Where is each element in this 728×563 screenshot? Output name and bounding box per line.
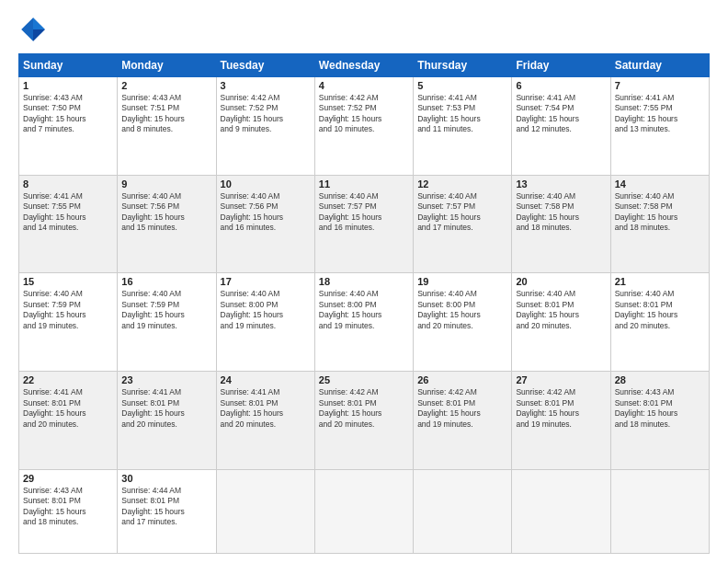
day-info: Sunrise: 4:42 AM Sunset: 7:52 PM Dayligh… bbox=[319, 93, 409, 135]
calendar-cell: 3Sunrise: 4:42 AM Sunset: 7:52 PM Daylig… bbox=[216, 77, 314, 176]
day-number: 21 bbox=[615, 276, 705, 287]
calendar-cell: 6Sunrise: 4:41 AM Sunset: 7:54 PM Daylig… bbox=[512, 77, 610, 176]
day-info: Sunrise: 4:41 AM Sunset: 8:01 PM Dayligh… bbox=[23, 387, 113, 430]
day-info: Sunrise: 4:43 AM Sunset: 7:50 PM Dayligh… bbox=[23, 93, 113, 135]
day-info: Sunrise: 4:44 AM Sunset: 8:01 PM Dayligh… bbox=[121, 486, 211, 528]
calendar-cell bbox=[414, 469, 512, 553]
day-info: Sunrise: 4:41 AM Sunset: 7:55 PM Dayligh… bbox=[23, 191, 113, 234]
day-number: 23 bbox=[121, 374, 211, 385]
day-number: 6 bbox=[516, 80, 606, 91]
day-header-tuesday: Tuesday bbox=[216, 54, 314, 77]
week-row-1: 1Sunrise: 4:43 AM Sunset: 7:50 PM Daylig… bbox=[19, 77, 710, 176]
calendar-cell: 14Sunrise: 4:40 AM Sunset: 7:58 PM Dayli… bbox=[610, 175, 709, 273]
calendar-cell: 19Sunrise: 4:40 AM Sunset: 8:00 PM Dayli… bbox=[414, 273, 512, 372]
calendar-header: SundayMondayTuesdayWednesdayThursdayFrid… bbox=[19, 54, 710, 77]
day-info: Sunrise: 4:42 AM Sunset: 8:01 PM Dayligh… bbox=[417, 387, 507, 430]
day-info: Sunrise: 4:40 AM Sunset: 7:58 PM Dayligh… bbox=[615, 191, 705, 234]
day-header-wednesday: Wednesday bbox=[314, 54, 413, 77]
day-info: Sunrise: 4:42 AM Sunset: 8:01 PM Dayligh… bbox=[516, 387, 606, 430]
day-number: 8 bbox=[23, 178, 113, 190]
day-header-friday: Friday bbox=[512, 54, 610, 77]
day-info: Sunrise: 4:41 AM Sunset: 8:01 PM Dayligh… bbox=[221, 387, 311, 430]
day-number: 24 bbox=[221, 374, 311, 385]
calendar-cell: 7Sunrise: 4:41 AM Sunset: 7:55 PM Daylig… bbox=[610, 77, 709, 176]
day-number: 14 bbox=[615, 178, 705, 190]
day-number: 5 bbox=[417, 80, 507, 91]
calendar-cell: 11Sunrise: 4:40 AM Sunset: 7:57 PM Dayli… bbox=[314, 175, 413, 273]
calendar-cell: 29Sunrise: 4:43 AM Sunset: 8:01 PM Dayli… bbox=[19, 469, 118, 553]
day-info: Sunrise: 4:40 AM Sunset: 7:59 PM Dayligh… bbox=[121, 289, 211, 331]
day-number: 28 bbox=[615, 374, 705, 385]
day-info: Sunrise: 4:40 AM Sunset: 7:56 PM Dayligh… bbox=[121, 191, 211, 234]
calendar-cell: 27Sunrise: 4:42 AM Sunset: 8:01 PM Dayli… bbox=[512, 372, 610, 470]
calendar-cell: 23Sunrise: 4:41 AM Sunset: 8:01 PM Dayli… bbox=[118, 372, 216, 470]
day-number: 10 bbox=[221, 178, 311, 190]
calendar-cell: 9Sunrise: 4:40 AM Sunset: 7:56 PM Daylig… bbox=[118, 175, 216, 273]
day-number: 12 bbox=[417, 178, 507, 190]
day-info: Sunrise: 4:42 AM Sunset: 8:01 PM Dayligh… bbox=[319, 387, 409, 430]
day-info: Sunrise: 4:42 AM Sunset: 7:52 PM Dayligh… bbox=[221, 93, 311, 135]
logo-icon bbox=[18, 15, 48, 44]
day-info: Sunrise: 4:40 AM Sunset: 7:59 PM Dayligh… bbox=[23, 289, 113, 331]
calendar-cell: 1Sunrise: 4:43 AM Sunset: 7:50 PM Daylig… bbox=[19, 77, 118, 176]
calendar-cell: 21Sunrise: 4:40 AM Sunset: 8:01 PM Dayli… bbox=[610, 273, 709, 372]
day-info: Sunrise: 4:40 AM Sunset: 8:01 PM Dayligh… bbox=[615, 289, 705, 331]
calendar-cell: 5Sunrise: 4:41 AM Sunset: 7:53 PM Daylig… bbox=[414, 77, 512, 176]
calendar-cell: 24Sunrise: 4:41 AM Sunset: 8:01 PM Dayli… bbox=[216, 372, 314, 470]
day-info: Sunrise: 4:40 AM Sunset: 8:00 PM Dayligh… bbox=[319, 289, 409, 331]
day-number: 16 bbox=[121, 276, 211, 287]
day-number: 17 bbox=[221, 276, 311, 287]
day-number: 18 bbox=[319, 276, 409, 287]
week-row-3: 15Sunrise: 4:40 AM Sunset: 7:59 PM Dayli… bbox=[19, 273, 710, 372]
day-info: Sunrise: 4:43 AM Sunset: 7:51 PM Dayligh… bbox=[121, 93, 211, 135]
calendar-cell: 10Sunrise: 4:40 AM Sunset: 7:56 PM Dayli… bbox=[216, 175, 314, 273]
day-number: 11 bbox=[319, 178, 409, 190]
day-number: 7 bbox=[615, 80, 705, 91]
day-number: 4 bbox=[319, 80, 409, 91]
calendar-cell: 18Sunrise: 4:40 AM Sunset: 8:00 PM Dayli… bbox=[314, 273, 413, 372]
day-number: 27 bbox=[516, 374, 606, 385]
day-info: Sunrise: 4:40 AM Sunset: 7:58 PM Dayligh… bbox=[516, 191, 606, 234]
day-number: 25 bbox=[319, 374, 409, 385]
day-info: Sunrise: 4:43 AM Sunset: 8:01 PM Dayligh… bbox=[23, 486, 113, 528]
calendar-cell bbox=[610, 469, 709, 553]
calendar-table: SundayMondayTuesdayWednesdayThursdayFrid… bbox=[18, 53, 710, 554]
calendar-cell: 28Sunrise: 4:43 AM Sunset: 8:01 PM Dayli… bbox=[610, 372, 709, 470]
calendar-cell: 22Sunrise: 4:41 AM Sunset: 8:01 PM Dayli… bbox=[19, 372, 118, 470]
week-row-4: 22Sunrise: 4:41 AM Sunset: 8:01 PM Dayli… bbox=[19, 372, 710, 470]
day-info: Sunrise: 4:41 AM Sunset: 7:53 PM Dayligh… bbox=[417, 93, 507, 135]
day-number: 22 bbox=[23, 374, 113, 385]
calendar-cell: 13Sunrise: 4:40 AM Sunset: 7:58 PM Dayli… bbox=[512, 175, 610, 273]
day-number: 29 bbox=[23, 473, 113, 484]
calendar-cell: 25Sunrise: 4:42 AM Sunset: 8:01 PM Dayli… bbox=[314, 372, 413, 470]
page: SundayMondayTuesdayWednesdayThursdayFrid… bbox=[0, 0, 728, 563]
logo bbox=[18, 15, 51, 44]
calendar-cell: 16Sunrise: 4:40 AM Sunset: 7:59 PM Dayli… bbox=[118, 273, 216, 372]
day-info: Sunrise: 4:41 AM Sunset: 7:55 PM Dayligh… bbox=[615, 93, 705, 135]
day-info: Sunrise: 4:43 AM Sunset: 8:01 PM Dayligh… bbox=[615, 387, 705, 430]
calendar-cell: 17Sunrise: 4:40 AM Sunset: 8:00 PM Dayli… bbox=[216, 273, 314, 372]
calendar-cell: 8Sunrise: 4:41 AM Sunset: 7:55 PM Daylig… bbox=[19, 175, 118, 273]
week-row-2: 8Sunrise: 4:41 AM Sunset: 7:55 PM Daylig… bbox=[19, 175, 710, 273]
day-number: 20 bbox=[516, 276, 606, 287]
calendar-cell: 26Sunrise: 4:42 AM Sunset: 8:01 PM Dayli… bbox=[414, 372, 512, 470]
day-info: Sunrise: 4:41 AM Sunset: 8:01 PM Dayligh… bbox=[121, 387, 211, 430]
week-row-5: 29Sunrise: 4:43 AM Sunset: 8:01 PM Dayli… bbox=[19, 469, 710, 553]
day-info: Sunrise: 4:40 AM Sunset: 7:57 PM Dayligh… bbox=[417, 191, 507, 234]
day-header-thursday: Thursday bbox=[414, 54, 512, 77]
calendar-cell: 2Sunrise: 4:43 AM Sunset: 7:51 PM Daylig… bbox=[118, 77, 216, 176]
calendar-cell: 15Sunrise: 4:40 AM Sunset: 7:59 PM Dayli… bbox=[19, 273, 118, 372]
day-info: Sunrise: 4:40 AM Sunset: 7:56 PM Dayligh… bbox=[221, 191, 311, 234]
calendar-cell bbox=[216, 469, 314, 553]
calendar-cell: 30Sunrise: 4:44 AM Sunset: 8:01 PM Dayli… bbox=[118, 469, 216, 553]
calendar-cell bbox=[314, 469, 413, 553]
day-number: 30 bbox=[121, 473, 211, 484]
day-header-monday: Monday bbox=[118, 54, 216, 77]
day-info: Sunrise: 4:41 AM Sunset: 7:54 PM Dayligh… bbox=[516, 93, 606, 135]
day-number: 2 bbox=[121, 80, 211, 91]
day-number: 26 bbox=[417, 374, 507, 385]
day-info: Sunrise: 4:40 AM Sunset: 8:01 PM Dayligh… bbox=[516, 289, 606, 331]
header bbox=[18, 15, 710, 44]
calendar-cell: 4Sunrise: 4:42 AM Sunset: 7:52 PM Daylig… bbox=[314, 77, 413, 176]
day-number: 3 bbox=[221, 80, 311, 91]
